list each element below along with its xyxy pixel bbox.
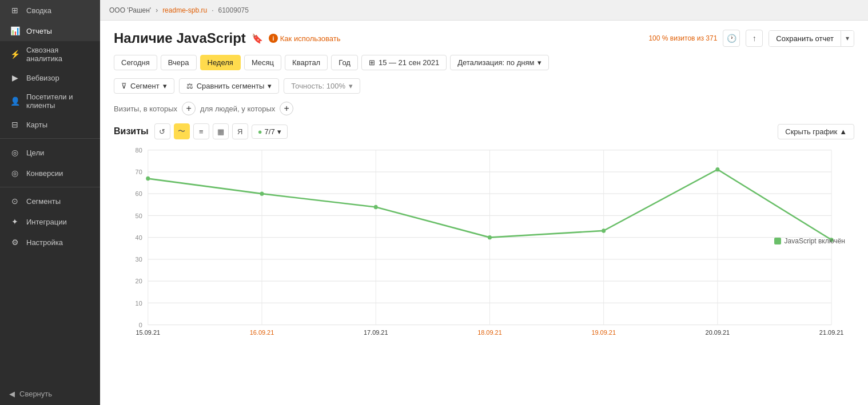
otchety-icon: 📊	[9, 26, 21, 35]
sidebar-item-otchety[interactable]: 📊 Отчеты	[0, 21, 100, 41]
period-year-btn[interactable]: Год	[331, 55, 358, 70]
compare-segments-btn[interactable]: ⚖ Сравнить сегменты ▾	[179, 78, 280, 94]
detail-btn[interactable]: Детализация: по дням ▾	[450, 55, 549, 70]
posetiteli-icon: 👤	[9, 97, 21, 106]
sidebar-item-label: Отчеты	[26, 27, 52, 35]
vebvizor-icon: ▶	[9, 73, 21, 82]
detail-label: Детализация: по дням	[457, 58, 534, 67]
period-quarter-btn[interactable]: Квартал	[285, 55, 328, 70]
segments-dropdown-btn[interactable]: ● 7/7 ▾	[252, 125, 288, 139]
sidebar-item-label: Сводка	[26, 6, 51, 15]
page-title-area: Наличие JavaScript 🔖 i Как использовать	[114, 30, 340, 46]
period-today-btn[interactable]: Сегодня	[114, 55, 157, 70]
sidebar-item-konversii[interactable]: ◎ Конверсии	[0, 163, 100, 183]
svg-text:18.09.21: 18.09.21	[477, 328, 502, 335]
svg-text:10: 10	[136, 299, 142, 306]
chevron-down-icon: ▾	[268, 82, 272, 90]
sidebar-item-svodka[interactable]: ⊞ Сводка	[0, 0, 100, 21]
chevron-down-icon: ▾	[277, 127, 281, 136]
period-week-btn[interactable]: Неделя	[200, 55, 241, 70]
hide-chart-btn[interactable]: Скрыть график ▲	[778, 124, 854, 139]
chart-svg: 0 10 20 30 40 50 60 70 80	[114, 144, 854, 338]
segment-dot-icon: ●	[258, 127, 262, 136]
sidebar-item-vebvizor[interactable]: ▶ Вебвизор	[0, 67, 100, 88]
sidebar-collapse[interactable]: ◀ Свернуть	[0, 383, 100, 405]
period-yesterday-btn[interactable]: Вчера	[161, 55, 197, 70]
sidebar-item-label: Цели	[26, 149, 44, 157]
chart-bar-btn[interactable]: ▦	[213, 123, 229, 139]
calendar-grid-icon: ⊞	[369, 58, 375, 67]
page-header: Наличие JavaScript 🔖 i Как использовать …	[114, 30, 854, 47]
accuracy-label: Точность: 100%	[291, 82, 345, 90]
compare-icon: ⚖	[186, 82, 193, 90]
filter-bar: ⊽ Сегмент ▾ ⚖ Сравнить сегменты ▾ Точнос…	[114, 78, 854, 94]
how-to-use-btn[interactable]: i Как использовать	[269, 34, 341, 43]
segment-btn[interactable]: ⊽ Сегмент ▾	[114, 78, 174, 94]
period-month-btn[interactable]: Месяц	[244, 55, 281, 70]
svodka-icon: ⊞	[9, 6, 21, 15]
chart-yandex-btn[interactable]: Я	[232, 123, 248, 139]
history-icon: 🕐	[727, 34, 736, 43]
svg-text:21.09.21: 21.09.21	[819, 328, 844, 335]
content-area: Наличие JavaScript 🔖 i Как использовать …	[100, 21, 868, 405]
svg-text:20: 20	[136, 278, 142, 284]
export-btn[interactable]: ↑	[746, 30, 763, 47]
sidebar-item-segmenty[interactable]: ⊙ Сегменты	[0, 191, 100, 211]
segmenty-icon: ⊙	[9, 197, 21, 206]
save-report-dropdown-btn[interactable]: ▾	[841, 31, 854, 46]
chart-area-btn[interactable]: ≡	[193, 123, 209, 139]
sidebar-item-karty[interactable]: ⊟ Карты	[0, 114, 100, 135]
add-visit-filter-btn[interactable]: +	[182, 102, 196, 115]
visits-info: 100 % визитов из 371	[648, 34, 717, 42]
integratsii-icon: ✦	[9, 217, 21, 226]
skvoznaya-icon: ⚡	[9, 50, 21, 59]
chart-refresh-btn[interactable]: ↺	[154, 123, 170, 139]
svg-point-34	[374, 205, 378, 209]
sidebar-item-nastroyka[interactable]: ⚙ Настройка	[0, 232, 100, 252]
sidebar-item-label: Карты	[26, 121, 47, 129]
sidebar-item-posetiteli[interactable]: 👤 Посетители и клиенты	[0, 88, 100, 114]
save-report-btn[interactable]: Сохранить отчет	[769, 31, 841, 46]
company-name: ООО 'Рашен'	[109, 6, 151, 14]
filter-icon: ⊽	[121, 82, 127, 90]
save-report-group: Сохранить отчет ▾	[769, 30, 854, 47]
chevron-down-icon: ▾	[349, 82, 353, 90]
chart-legend: JavaScript включён	[774, 237, 845, 245]
konversii-icon: ◎	[9, 169, 21, 178]
topbar-sep1: ›	[156, 6, 158, 14]
chart-line-btn[interactable]: 〜	[174, 123, 190, 139]
add-people-filter-btn[interactable]: +	[280, 102, 293, 115]
chevron-down-icon: ▾	[846, 34, 849, 42]
page-title: Наличие JavaScript	[114, 30, 246, 46]
svg-text:0: 0	[139, 322, 142, 328]
date-range-label: 15 — 21 сен 2021	[379, 58, 439, 67]
svg-text:20.09.21: 20.09.21	[706, 328, 730, 335]
sidebar-item-label: Конверсии	[26, 169, 63, 178]
people-label: для людей, у которых	[200, 105, 275, 113]
legend-color-js	[774, 238, 781, 244]
history-btn[interactable]: 🕐	[723, 30, 740, 47]
header-right: 100 % визитов из 371 🕐 ↑ Сохранить отчет…	[648, 30, 854, 47]
chevron-down-icon: ▾	[163, 82, 167, 90]
chart-container: 0 10 20 30 40 50 60 70 80	[114, 144, 854, 338]
legend-label-js: JavaScript включён	[785, 237, 845, 245]
sidebar-item-integratsii[interactable]: ✦ Интеграции	[0, 211, 100, 232]
nastroyka-icon: ⚙	[9, 238, 21, 247]
how-to-use-label: Как использовать	[280, 34, 341, 43]
topbar-id: 61009075	[218, 6, 249, 14]
date-range-btn[interactable]: ⊞ 15 — 21 сен 2021	[361, 55, 447, 70]
collapse-arrow-icon: ◀	[9, 390, 15, 398]
chevron-up-icon: ▲	[839, 127, 847, 136]
accuracy-btn[interactable]: Точность: 100% ▾	[284, 78, 360, 94]
sidebar-item-label: Настройка	[26, 238, 63, 247]
period-bar: Сегодня Вчера Неделя Месяц Квартал Год ⊞…	[114, 55, 854, 70]
svg-point-37	[715, 167, 719, 171]
chevron-down-icon: ▾	[537, 58, 541, 67]
chart-header: Визиты ↺ 〜 ≡ ▦ Я ● 7/7 ▾	[114, 123, 854, 139]
main-content: ООО 'Рашен' › readme-spb.ru · 61009075 Н…	[100, 0, 868, 405]
svg-point-35	[488, 235, 492, 239]
sidebar-item-skvoznaya[interactable]: ⚡ Сквозная аналитика	[0, 41, 100, 67]
sidebar-item-tseli[interactable]: ◎ Цели	[0, 142, 100, 163]
svg-point-32	[146, 177, 150, 181]
bookmark-icon[interactable]: 🔖	[252, 33, 263, 44]
